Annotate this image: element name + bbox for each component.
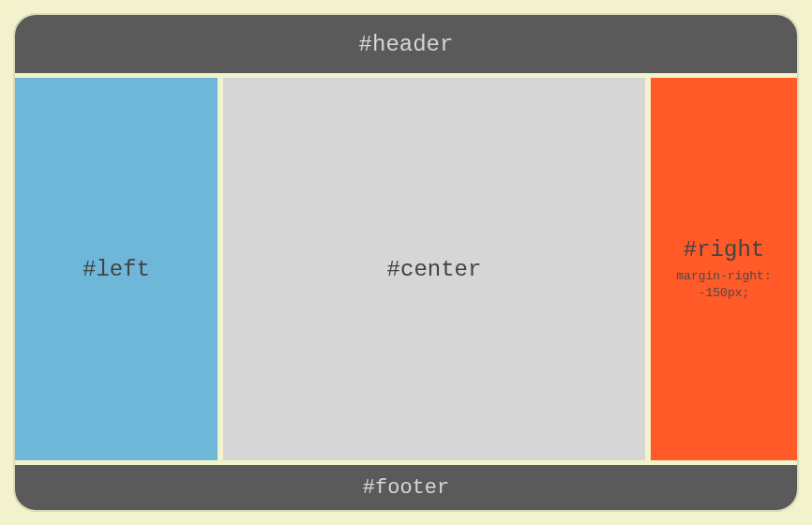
main-row: #left #center #right margin-right: -150p… xyxy=(15,73,797,465)
footer-region: #footer xyxy=(15,465,797,510)
header-region: #header xyxy=(15,15,797,73)
header-label: #header xyxy=(359,32,454,57)
center-region: #center xyxy=(223,78,645,460)
left-region: #left xyxy=(15,78,218,460)
right-caption: margin-right: -150px; xyxy=(676,268,771,301)
layout-diagram: #header #left #center #right margin-righ… xyxy=(13,13,799,512)
right-region: #right margin-right: -150px; xyxy=(651,78,797,460)
center-label: #center xyxy=(387,257,482,282)
right-label: #right xyxy=(684,237,764,262)
left-label: #left xyxy=(83,257,150,282)
footer-label: #footer xyxy=(363,476,449,500)
